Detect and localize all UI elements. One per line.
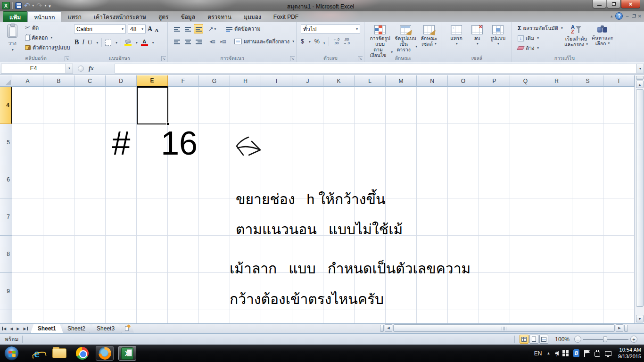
vertical-split-handle[interactable] <box>636 76 644 80</box>
bluetooth-icon[interactable]: B <box>573 349 579 357</box>
horizontal-split-handle[interactable] <box>624 325 628 332</box>
sheet-tab-sheet3[interactable]: Sheet3 <box>90 324 122 333</box>
annotation-line-2[interactable]: ตามแนวนอน แบบไม่ใช้เม้ <box>236 220 403 239</box>
taskbar-excel-button[interactable]: X <box>118 346 136 361</box>
next-sheet-button[interactable]: ▶ <box>15 324 21 333</box>
align-right-button[interactable] <box>194 37 203 46</box>
align-top-button[interactable] <box>172 24 182 33</box>
row-header-partial[interactable] <box>0 310 12 323</box>
annotation-line-4[interactable]: กว้างต้องเข้าตรงไหนครับ <box>230 290 384 309</box>
zoom-level[interactable]: 100% <box>555 336 570 343</box>
column-header-m[interactable]: M <box>386 75 417 87</box>
zoom-in-button[interactable]: + <box>630 336 637 343</box>
cell-styles-button[interactable]: ลักษณะ เซลล์▾ <box>418 23 440 47</box>
underline-dropdown-icon[interactable]: ▾ <box>96 41 98 45</box>
accounting-dropdown-icon[interactable]: ▾ <box>309 40 311 44</box>
cell-f5[interactable]: 16 <box>168 125 198 162</box>
tab-insert[interactable]: แทรก <box>61 11 87 22</box>
column-header-r[interactable]: R <box>541 75 572 87</box>
cell-d5[interactable]: # <box>106 125 137 162</box>
tab-home[interactable]: หน้าแรก <box>27 11 61 22</box>
taskbar-explorer-button[interactable] <box>50 346 68 361</box>
column-header-j[interactable]: J <box>292 75 323 87</box>
volume-button[interactable]: ) <box>555 351 558 356</box>
comma-style-button[interactable]: , <box>323 38 325 45</box>
underline-button[interactable]: U <box>88 39 92 46</box>
clock[interactable]: 10:54 AM 9/13/2015 <box>618 347 641 360</box>
row-header-5[interactable]: 5 <box>0 124 12 161</box>
accounting-format-button[interactable]: $ <box>301 38 304 45</box>
power-plug-icon[interactable] <box>594 352 600 357</box>
annotation-line-3[interactable]: เม้าลาก แบบ กำหนดเป็นตัวเลขความ <box>230 259 471 278</box>
selected-cell-e4[interactable] <box>137 87 168 124</box>
redo-icon[interactable]: ↷ <box>36 2 42 9</box>
tab-foxit-pdf[interactable]: Foxit PDF <box>267 11 305 22</box>
prev-sheet-button[interactable]: ◀ <box>8 324 15 333</box>
tab-data[interactable]: ข้อมูล <box>174 11 201 22</box>
wrap-text-button[interactable]: ตัดข้อความ <box>225 25 262 33</box>
network-icon[interactable] <box>605 351 611 356</box>
row-header-8[interactable]: 8 <box>0 236 12 273</box>
formula-input[interactable] <box>115 64 636 74</box>
horizontal-scroll-thumb[interactable] <box>393 324 615 332</box>
increase-indent-button[interactable]: ▸▤ <box>218 37 228 46</box>
conditional-formatting-button[interactable]: การจัดรูปแบบ ตามเงื่อนไข▾ <box>367 23 393 58</box>
scroll-right-icon[interactable]: ▶ <box>616 324 623 332</box>
copy-button[interactable]: คัดลอก ▾ <box>24 33 72 42</box>
name-box-dropdown-icon[interactable]: ▾ <box>66 64 73 74</box>
format-as-table-button[interactable]: จัดรูปแบบ เป็นตาราง▾ <box>394 23 417 52</box>
collapse-ribbon-icon[interactable]: ▴ <box>611 14 613 18</box>
column-header-d[interactable]: D <box>106 75 137 87</box>
tab-file[interactable]: แฟ้ม <box>3 11 27 22</box>
doc-restore-icon[interactable] <box>632 15 636 18</box>
sheet-tab-sheet1[interactable]: Sheet1 <box>31 324 63 333</box>
column-header-g[interactable]: G <box>199 75 230 87</box>
autosum-button[interactable]: Σ ผลรวมอัตโนมัติ ▾ <box>516 24 564 33</box>
format-painter-button[interactable]: ตัวคัดวางรูปแบบ <box>24 43 72 52</box>
decrease-decimal-button[interactable]: .00→.0 <box>343 38 350 45</box>
borders-icon[interactable] <box>105 40 111 46</box>
hidden-icons-chevron-icon[interactable]: ▲ <box>546 351 550 355</box>
vertical-scrollbar[interactable]: ▲ ▼ <box>635 75 644 323</box>
insert-worksheet-button[interactable] <box>120 325 134 333</box>
delete-cells-button[interactable]: ลบ ▾ <box>469 23 486 47</box>
undo-icon[interactable]: ↶ <box>24 2 30 9</box>
minimize-button[interactable] <box>593 0 606 8</box>
column-header-s[interactable]: S <box>572 75 603 87</box>
zoom-out-button[interactable]: – <box>574 336 581 343</box>
scroll-up-icon[interactable]: ▲ <box>636 81 644 88</box>
close-button[interactable]: × <box>621 0 640 8</box>
align-left-button[interactable] <box>172 37 182 46</box>
restore-button[interactable] <box>607 0 620 8</box>
row-header-7[interactable]: 7 <box>0 198 12 236</box>
select-all-corner[interactable] <box>0 75 12 87</box>
paste-button[interactable]: วาง ▾ <box>3 24 22 55</box>
save-icon[interactable] <box>15 2 22 9</box>
column-header-n[interactable]: N <box>417 75 448 87</box>
column-header-t[interactable]: T <box>603 75 635 87</box>
align-bottom-button[interactable] <box>194 24 203 33</box>
align-middle-button[interactable] <box>183 24 192 33</box>
italic-button[interactable]: I <box>82 39 84 46</box>
view-page-layout-button[interactable] <box>529 335 538 344</box>
help-icon[interactable]: ? <box>615 12 623 20</box>
vertical-scroll-thumb[interactable] <box>636 89 644 307</box>
dialog-launcher-icon[interactable]: ↘ <box>65 56 69 61</box>
cut-button[interactable]: ✂ ตัด <box>24 24 72 32</box>
tab-split-handle[interactable] <box>380 325 384 332</box>
start-button[interactable] <box>4 346 19 361</box>
taskbar-ie-button[interactable]: e <box>28 346 46 361</box>
format-cells-button[interactable]: รูปแบบ ▾ <box>487 23 508 47</box>
tab-formulas[interactable]: สูตร <box>152 11 175 22</box>
first-sheet-button[interactable]: ◀ <box>0 324 8 333</box>
row-header-4[interactable]: 4 <box>0 87 12 124</box>
shrink-font-icon[interactable]: A <box>155 27 158 33</box>
language-indicator[interactable]: EN <box>534 350 542 357</box>
insert-function-icon[interactable]: fx <box>89 65 94 72</box>
horizontal-scrollbar[interactable]: ◀ ▶ <box>380 324 628 332</box>
excel-logo-icon[interactable]: X <box>2 2 10 9</box>
orientation-button[interactable]: ↗▾ <box>207 24 217 33</box>
doc-minimize-icon[interactable]: – <box>626 13 628 19</box>
column-header-p[interactable]: P <box>479 75 510 87</box>
freehand-arrow-doodle[interactable] <box>233 133 264 158</box>
